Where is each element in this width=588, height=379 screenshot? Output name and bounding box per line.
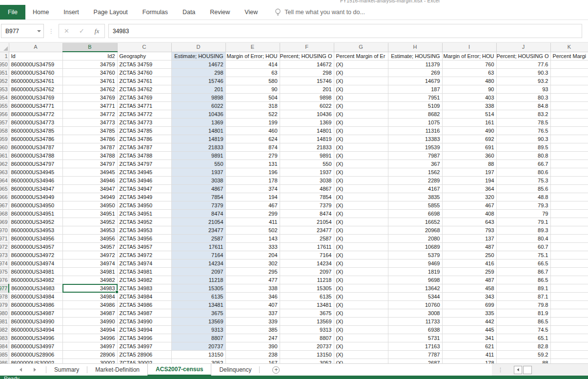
cell-G986[interactable]: (X) [334, 359, 388, 364]
cell-A973[interactable]: 8600000US34972 [9, 251, 62, 259]
cell-K950[interactable] [550, 60, 588, 69]
cell-B957[interactable]: 34773 [62, 119, 117, 127]
cell-H971[interactable]: 2080 [388, 235, 442, 243]
cell-H962[interactable]: 367 [388, 160, 442, 168]
ribbon-tab-insert[interactable]: Insert [56, 5, 86, 20]
cell-H964[interactable]: 2289 [388, 177, 442, 185]
cell-E952[interactable]: 580 [225, 77, 280, 85]
cell-K953[interactable] [550, 85, 588, 94]
cell-H950[interactable]: 11379 [388, 60, 442, 69]
cell-B969[interactable]: 34952 [62, 218, 117, 226]
cell-I1[interactable]: Margin of Error; HOU [442, 52, 496, 60]
cell-K1[interactable]: Percent Margi [550, 52, 588, 60]
row-header-951[interactable]: 951 [0, 69, 9, 77]
cell-G968[interactable]: (X) [334, 210, 388, 218]
cell-C961[interactable]: ZCTA5 34788 [117, 152, 171, 160]
cell-D966[interactable]: 7854 [171, 193, 225, 201]
cell-F951[interactable]: 298 [280, 69, 334, 77]
cell-B954[interactable]: 34769 [62, 94, 117, 102]
cell-E970[interactable]: 502 [225, 226, 280, 235]
row-header-959[interactable]: 959 [0, 135, 9, 143]
cell-I974[interactable]: 416 [442, 259, 496, 268]
row-header-964[interactable]: 964 [0, 177, 9, 185]
ribbon-tab-review[interactable]: Review [203, 5, 237, 20]
cell-F982[interactable]: 9313 [280, 326, 334, 334]
row-header-972[interactable]: 972 [0, 243, 9, 251]
cell-I953[interactable]: 90 [442, 85, 496, 94]
cell-C982[interactable]: ZCTA5 34994 [117, 326, 171, 334]
cell-C972[interactable]: ZCTA5 34957 [117, 243, 171, 251]
cell-K981[interactable] [550, 318, 588, 326]
cell-A977[interactable]: 8600000US34983 [9, 284, 62, 293]
ribbon-tab-home[interactable]: Home [25, 5, 56, 20]
cell-G953[interactable]: (X) [334, 85, 388, 94]
cell-F979[interactable]: 13481 [280, 301, 334, 309]
cell-C963[interactable]: ZCTA5 34945 [117, 168, 171, 177]
cell-E958[interactable]: 460 [225, 127, 280, 135]
cell-F965[interactable]: 4867 [280, 185, 334, 193]
row-header-980[interactable]: 980 [0, 309, 9, 318]
column-header-F[interactable]: F [280, 43, 334, 52]
cell-I961[interactable]: 360 [442, 152, 496, 160]
cell-E982[interactable]: 385 [225, 326, 280, 334]
cell-H1[interactable]: Estimate; HOUSING [388, 52, 442, 60]
cell-C951[interactable]: ZCTA5 34760 [117, 69, 171, 77]
cell-F977[interactable]: 15305 [280, 284, 334, 293]
row-header-963[interactable]: 963 [0, 168, 9, 177]
row-header-973[interactable]: 973 [0, 251, 9, 259]
formula-bar-grip-icon[interactable]: ⋮ [48, 28, 54, 35]
cell-I963[interactable]: 197 [442, 168, 496, 177]
cell-G955[interactable]: (X) [334, 102, 388, 110]
cell-J976[interactable]: 86.5 [496, 276, 550, 284]
cell-F957[interactable]: 1369 [280, 119, 334, 127]
cell-C986[interactable]: ZCTA5 30002 [117, 359, 171, 364]
ribbon-tab-formulas[interactable]: Formulas [135, 5, 175, 20]
cell-C968[interactable]: ZCTA5 34951 [117, 210, 171, 218]
cell-H986[interactable]: 2687 [388, 359, 442, 364]
cell-F968[interactable]: 8474 [280, 210, 334, 218]
column-header-G[interactable]: G [334, 43, 388, 52]
cell-H978[interactable]: 5344 [388, 293, 442, 301]
cell-K976[interactable] [550, 276, 588, 284]
cell-H958[interactable]: 11316 [388, 127, 442, 135]
cell-J965[interactable]: 85.6 [496, 185, 550, 193]
sheet-tab-delinquency[interactable]: Delinquency [211, 364, 259, 376]
cell-A979[interactable]: 8600000US34986 [9, 301, 62, 309]
cell-G977[interactable]: (X) [334, 284, 388, 293]
cell-B963[interactable]: 34945 [62, 168, 117, 177]
cell-I954[interactable]: 403 [442, 94, 496, 102]
cell-D979[interactable]: 13481 [171, 301, 225, 309]
cell-B970[interactable]: 34953 [62, 226, 117, 235]
row-header-965[interactable]: 965 [0, 185, 9, 193]
cell-F980[interactable]: 3675 [280, 309, 334, 318]
cell-F974[interactable]: 14234 [280, 259, 334, 268]
cell-I955[interactable]: 338 [442, 102, 496, 110]
cell-E976[interactable]: 477 [225, 276, 280, 284]
cell-J955[interactable]: 84.8 [496, 102, 550, 110]
cell-A953[interactable]: 8600000US34762 [9, 85, 62, 94]
cell-E986[interactable]: 167 [225, 359, 280, 364]
cell-B971[interactable]: 34956 [62, 235, 117, 243]
cell-H954[interactable]: 7951 [388, 94, 442, 102]
cell-I966[interactable]: 320 [442, 193, 496, 201]
sheet-tab-summary[interactable]: Summary [46, 364, 87, 376]
cell-B978[interactable]: 34984 [62, 293, 117, 301]
cell-B1[interactable]: Id2 [62, 52, 117, 60]
cell-F969[interactable]: 21054 [280, 218, 334, 226]
cell-J984[interactable]: 82.8 [496, 342, 550, 351]
cell-F962[interactable]: 550 [280, 160, 334, 168]
cell-A980[interactable]: 8600000US34987 [9, 309, 62, 318]
cell-F972[interactable]: 17611 [280, 243, 334, 251]
cell-C955[interactable]: ZCTA5 34771 [117, 102, 171, 110]
cell-K970[interactable] [550, 226, 588, 235]
cell-H979[interactable]: 10760 [388, 301, 442, 309]
cell-J959[interactable]: 90.3 [496, 135, 550, 143]
cell-F950[interactable]: 14672 [280, 60, 334, 69]
cell-K952[interactable] [550, 77, 588, 85]
cell-F952[interactable]: 15746 [280, 77, 334, 85]
cell-D965[interactable]: 4867 [171, 185, 225, 193]
cell-B973[interactable]: 34972 [62, 251, 117, 259]
cell-J970[interactable]: 89.3 [496, 226, 550, 235]
row-header-979[interactable]: 979 [0, 301, 9, 309]
cell-D985[interactable]: 13150 [171, 351, 225, 359]
